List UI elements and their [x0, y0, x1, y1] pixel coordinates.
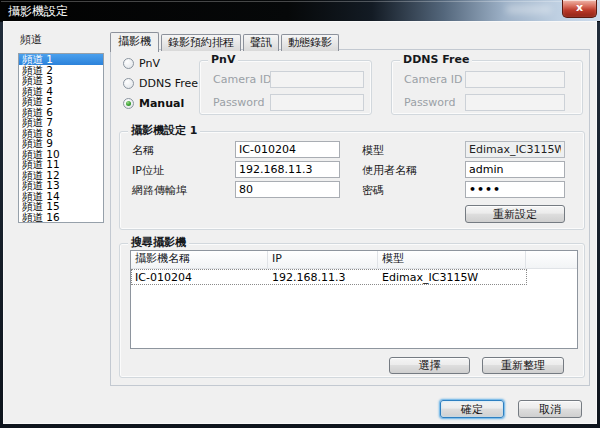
pnv-camera-id-label: Camera ID — [213, 73, 271, 86]
channel-list-item-7[interactable]: 頻道 7 — [19, 117, 103, 128]
tab-motion-recording[interactable]: 動態錄影 — [281, 34, 339, 51]
tab-audio[interactable]: 聲訊 — [243, 34, 279, 51]
cancel-button[interactable]: 取消 — [518, 400, 582, 418]
window-title: 攝影機設定 — [8, 3, 68, 20]
radio-option-manual[interactable]: Manual — [123, 97, 184, 110]
dialog-body: 頻道 頻道 1 頻道 2 頻道 3 頻道 4 頻道 5 頻道 6 頻道 7 頻道… — [3, 21, 597, 424]
pnv-password-label: Password — [213, 96, 264, 109]
name-input[interactable] — [235, 141, 340, 158]
listview-header: 攝影機名稱 IP 模型 — [131, 251, 577, 269]
camera-name-cell: IC-010204 — [132, 271, 269, 284]
ddns-camera-id-input[interactable] — [465, 71, 565, 88]
port-input[interactable] — [235, 181, 340, 198]
channel-list-item-1[interactable]: 頻道 1 — [19, 54, 103, 65]
camera-settings-group: 攝影機設定 1 名稱 IP位址 網路傳輸埠 模型 使用者名稱 密碼 重新設定 — [119, 131, 585, 230]
ip-column-header[interactable]: IP — [268, 251, 378, 268]
camera-settings-group-title: 攝影機設定 1 — [128, 124, 200, 138]
username-label: 使用者名稱 — [362, 164, 417, 177]
title-bar[interactable]: 攝影機設定 — [0, 0, 600, 22]
channel-listbox[interactable]: 頻道 1 頻道 2 頻道 3 頻道 4 頻道 5 頻道 6 頻道 7 頻道 8 … — [18, 53, 104, 223]
ddns-free-group-title: DDNS Free — [400, 53, 472, 67]
name-label: 名稱 — [132, 144, 154, 157]
channel-list-item-13[interactable]: 頻道 13 — [19, 180, 103, 191]
channel-list-item-9[interactable]: 頻道 9 — [19, 138, 103, 149]
model-cell: Edimax_IC3115W — [379, 271, 527, 284]
select-button[interactable]: 選擇 — [389, 357, 470, 374]
channel-list-item-15[interactable]: 頻道 15 — [19, 201, 103, 212]
tab-strip: 攝影機 錄影預約排程 聲訊 動態錄影 — [110, 32, 341, 51]
search-camera-group-title: 搜尋攝影機 — [128, 236, 189, 250]
password-label: 密碼 — [362, 184, 384, 197]
username-input[interactable] — [465, 161, 565, 178]
ip-address-input[interactable] — [235, 161, 340, 178]
channel-list-item-16[interactable]: 頻道 16 — [19, 212, 103, 223]
channel-list-item-3[interactable]: 頻道 3 — [19, 75, 103, 86]
radio-label-ddns-free: DDNS Free — [139, 77, 198, 90]
radio-label-manual: Manual — [139, 97, 184, 110]
pnv-group-title: PnV — [208, 53, 238, 67]
pnv-password-input[interactable] — [270, 94, 364, 111]
ip-address-label: IP位址 — [132, 164, 164, 177]
channel-list-label: 頻道 — [20, 32, 42, 47]
ddns-camera-id-label: Camera ID — [404, 73, 462, 86]
camera-name-column-header[interactable]: 攝影機名稱 — [131, 251, 268, 268]
radio-label-pnv: PnV — [139, 57, 160, 70]
pnv-camera-id-input[interactable] — [270, 71, 364, 88]
search-camera-group: 搜尋攝影機 攝影機名稱 IP 模型 IC-010204 192.168.11.3… — [119, 243, 585, 378]
channel-list-item-5[interactable]: 頻道 5 — [19, 96, 103, 107]
tab-record-schedule[interactable]: 錄影預約排程 — [161, 34, 241, 51]
model-column-header[interactable]: 模型 — [378, 251, 526, 268]
tab-camera[interactable]: 攝影機 — [110, 32, 159, 52]
radio-icon-ddns-free — [123, 78, 134, 89]
pnv-group: PnV Camera ID Password — [199, 60, 372, 115]
camera-search-row[interactable]: IC-010204 192.168.11.3 Edimax_IC3115W — [131, 269, 527, 285]
radio-icon-manual — [123, 98, 134, 109]
reset-button[interactable]: 重新設定 — [465, 205, 565, 223]
radio-icon-pnv — [123, 58, 134, 69]
channel-list-item-11[interactable]: 頻道 11 — [19, 159, 103, 170]
ddns-password-label: Password — [404, 96, 455, 109]
refresh-button[interactable]: 重新整理 — [482, 357, 564, 374]
close-icon: x — [576, 1, 583, 14]
radio-option-pnv[interactable]: PnV — [123, 57, 160, 70]
radio-option-ddns-free[interactable]: DDNS Free — [123, 77, 198, 90]
ddns-password-input[interactable] — [465, 94, 565, 111]
password-input[interactable] — [465, 181, 565, 198]
camera-search-listview[interactable]: 攝影機名稱 IP 模型 IC-010204 192.168.11.3 Edima… — [130, 250, 578, 349]
port-label: 網路傳輸埠 — [132, 184, 187, 197]
empty-column-header — [526, 251, 577, 268]
ddns-free-group: DDNS Free Camera ID Password — [391, 60, 583, 115]
camera-settings-dialog: 攝影機設定 x 頻道 頻道 1 頻道 2 頻道 3 頻道 4 頻道 5 頻道 6… — [0, 0, 600, 428]
ok-button[interactable]: 確定 — [440, 400, 504, 418]
close-button[interactable]: x — [562, 0, 597, 18]
camera-tab-panel: PnV DDNS Free Manual PnV Camera ID Passw… — [110, 49, 590, 386]
model-input[interactable] — [465, 141, 565, 158]
ip-cell: 192.168.11.3 — [269, 271, 379, 284]
model-label: 模型 — [362, 144, 384, 157]
